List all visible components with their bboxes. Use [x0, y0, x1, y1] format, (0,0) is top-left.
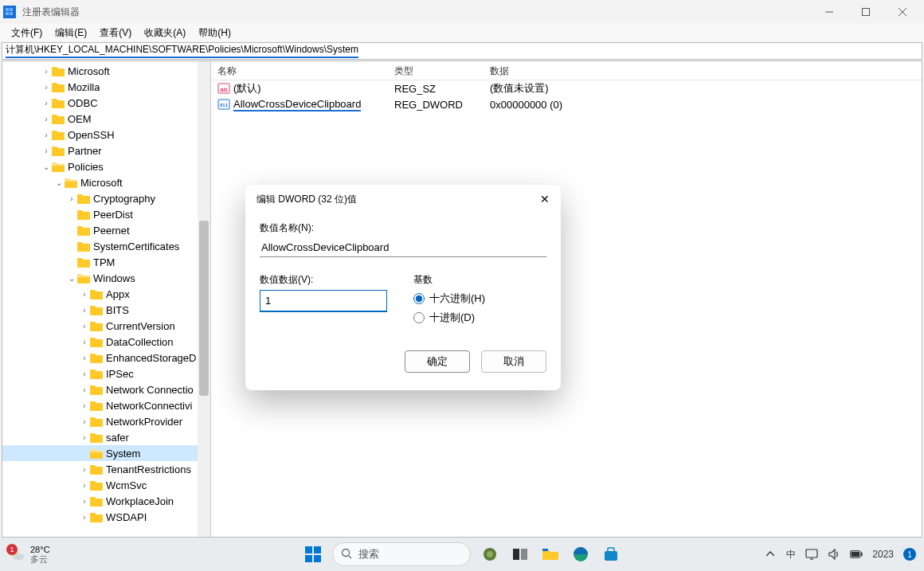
scrollbar-thumb[interactable] [199, 221, 209, 396]
minimize-button[interactable] [811, 0, 848, 24]
tree-node-networkprovider[interactable]: ›NetworkProvider [2, 413, 210, 429]
battery-icon[interactable] [850, 548, 863, 561]
volume-icon[interactable] [828, 548, 840, 561]
expander-icon[interactable]: › [41, 83, 52, 92]
svg-rect-16 [314, 546, 321, 553]
expander-icon[interactable]: › [79, 401, 90, 410]
tree-node-oem[interactable]: ›OEM [2, 111, 210, 127]
tree-node-windows[interactable]: ⌄Windows [2, 270, 210, 286]
expander-icon[interactable]: › [41, 99, 52, 108]
tree-node-mozilla[interactable]: ›Mozilla [2, 79, 210, 95]
expander-icon[interactable]: › [41, 147, 52, 155]
expander-icon[interactable]: › [79, 513, 90, 522]
tree-label: DataCollection [106, 336, 174, 348]
tree-node-microsoft[interactable]: ›Microsoft [2, 63, 210, 79]
expander-icon[interactable]: › [41, 131, 52, 139]
explorer-icon[interactable] [539, 543, 562, 565]
menu-help[interactable]: 帮助(H) [192, 25, 237, 41]
radio-dec[interactable]: 十进制(D) [413, 311, 546, 325]
tree-node-policies[interactable]: ⌄Policies [2, 158, 210, 174]
dialog-close-icon[interactable]: ✕ [540, 193, 550, 205]
expander-icon[interactable]: › [79, 370, 90, 378]
tree-node-systemcertificates[interactable]: SystemCertificates [2, 238, 210, 254]
expander-icon[interactable]: › [79, 417, 90, 426]
expander-icon[interactable]: › [79, 338, 90, 346]
edge-icon[interactable] [570, 543, 592, 565]
address-bar[interactable]: 计算机\HKEY_LOCAL_MACHINE\SOFTWARE\Policies… [2, 42, 922, 60]
expander-icon[interactable]: › [79, 497, 90, 506]
ok-button[interactable]: 确定 [405, 350, 470, 373]
expander-icon[interactable]: › [41, 67, 52, 76]
taskbar-app-1[interactable] [479, 543, 501, 565]
expander-icon[interactable]: ⌄ [66, 274, 77, 283]
value-row[interactable]: ab(默认)REG_SZ(数值未设置) [211, 80, 922, 96]
expander-icon[interactable]: ⌄ [53, 178, 65, 187]
tree-node-enhancedstoraged[interactable]: ›EnhancedStorageD [2, 350, 210, 366]
network-icon[interactable] [805, 548, 818, 561]
tree-node-openssh[interactable]: ›OpenSSH [2, 127, 210, 143]
tree-node-workplacejoin[interactable]: ›WorkplaceJoin [2, 493, 210, 509]
ime-indicator[interactable]: 中 [786, 548, 796, 561]
expander-icon[interactable]: › [79, 322, 90, 330]
tray-chevron-icon[interactable] [764, 548, 777, 561]
task-view-icon[interactable] [509, 543, 531, 565]
tree-node-ipsec[interactable]: ›IPSec [2, 366, 210, 381]
expander-icon[interactable]: ⌄ [41, 162, 52, 171]
radio-hex-input[interactable] [413, 293, 425, 304]
expander-icon[interactable]: › [79, 481, 90, 490]
tree-node-wcmsvc[interactable]: ›WcmSvc [2, 477, 210, 493]
menu-favorites[interactable]: 收藏夹(A) [138, 25, 192, 41]
svg-text:011: 011 [220, 103, 229, 108]
tree-node-datacollection[interactable]: ›DataCollection [2, 334, 210, 350]
tree-node-wsdapi[interactable]: ›WSDAPI [2, 509, 210, 525]
tree-node-peerdist[interactable]: PeerDist [2, 206, 210, 222]
maximize-button[interactable] [848, 0, 884, 24]
taskbar-search[interactable]: 搜索 [332, 542, 471, 566]
tree-node-bits[interactable]: ›BITS [2, 302, 210, 318]
notification-badge[interactable]: 1 [903, 548, 916, 561]
expander-icon[interactable]: › [79, 433, 90, 442]
value-name-input[interactable] [260, 238, 546, 257]
string-value-icon: ab [217, 82, 230, 95]
tree-node-odbc[interactable]: ›ODBC [2, 95, 210, 111]
radio-dec-input[interactable] [413, 312, 425, 323]
tree-node-system[interactable]: System [2, 445, 210, 461]
tree-node-tpm[interactable]: TPM [2, 254, 210, 270]
expander-icon[interactable]: › [79, 290, 90, 299]
col-name[interactable]: 名称 [211, 63, 388, 80]
col-type[interactable]: 类型 [388, 63, 484, 80]
tree-label: Appx [106, 288, 130, 300]
tree-node-currentversion[interactable]: ›CurrentVersion [2, 318, 210, 334]
expander-icon[interactable]: › [79, 385, 90, 394]
tree-node-network-connectio[interactable]: ›Network Connectio [2, 381, 210, 397]
tree-node-cryptography[interactable]: ›Cryptography [2, 190, 210, 206]
menu-file[interactable]: 文件(F) [5, 25, 49, 41]
menu-edit[interactable]: 编辑(E) [49, 25, 93, 41]
tree-label: WSDAPI [106, 511, 147, 523]
base-label: 基数 [413, 273, 546, 287]
tree-node-appx[interactable]: ›Appx [2, 286, 210, 302]
expander-icon[interactable]: › [79, 465, 90, 474]
value-row[interactable]: 011AllowCrossDeviceClipboardREG_DWORD0x0… [211, 96, 922, 112]
expander-icon[interactable]: › [79, 306, 90, 315]
value-data-input[interactable] [260, 290, 387, 312]
col-data[interactable]: 数据 [484, 63, 922, 80]
tree-scrollbar[interactable] [198, 61, 210, 537]
tree-node-peernet[interactable]: Peernet [2, 222, 210, 238]
close-button[interactable] [884, 0, 921, 24]
expander-icon[interactable]: › [41, 115, 52, 123]
taskbar-clock[interactable]: 2023 [872, 549, 894, 560]
weather-widget[interactable]: 1 28°C 多云 [8, 545, 50, 564]
cancel-button[interactable]: 取消 [481, 350, 546, 373]
tree-node-partner[interactable]: ›Partner [2, 143, 210, 158]
tree-node-networkconnectivi[interactable]: ›NetworkConnectivi [2, 397, 210, 413]
radio-hex[interactable]: 十六进制(H) [413, 291, 546, 306]
tree-node-tenantrestrictions[interactable]: ›TenantRestrictions [2, 461, 210, 477]
start-button[interactable] [302, 543, 324, 565]
expander-icon[interactable]: › [66, 194, 77, 203]
tree-node-microsoft[interactable]: ⌄Microsoft [2, 174, 210, 190]
tree-node-safer[interactable]: ›safer [2, 429, 210, 445]
store-icon[interactable] [600, 543, 622, 565]
expander-icon[interactable]: › [79, 354, 90, 362]
menu-view[interactable]: 查看(V) [93, 25, 138, 41]
